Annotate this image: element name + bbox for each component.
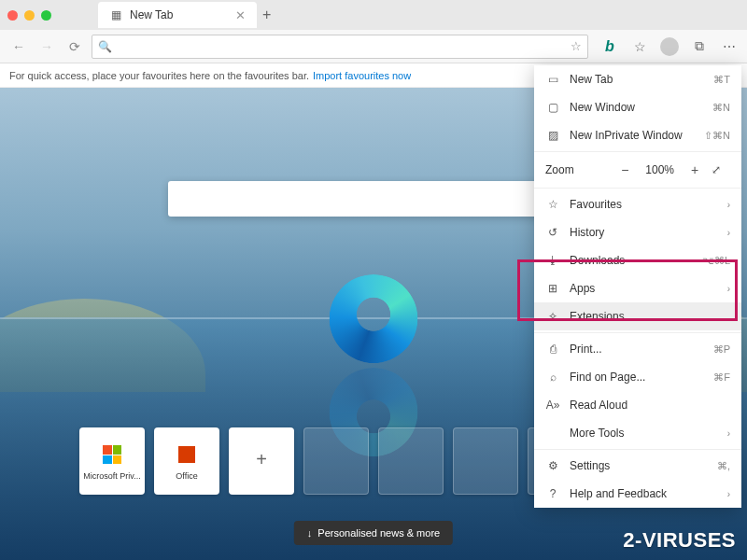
gear-icon: ⚙ bbox=[545, 459, 560, 472]
search-input[interactable] bbox=[177, 191, 551, 206]
profile-button[interactable] bbox=[659, 36, 680, 57]
tile-label: Microsoft Priv... bbox=[83, 471, 141, 481]
download-icon: ⭳ bbox=[545, 254, 560, 267]
news-toggle[interactable]: ↓ Personalised news & more bbox=[294, 521, 453, 545]
read-aloud-icon: A» bbox=[545, 399, 560, 412]
window-titlebar: ▦ New Tab ✕ + bbox=[0, 0, 747, 30]
menu-history[interactable]: ↺ History › bbox=[534, 218, 741, 246]
zoom-value: 100% bbox=[641, 163, 678, 176]
window-icon: ▭ bbox=[545, 73, 560, 86]
tab-title: New Tab bbox=[130, 8, 173, 21]
tile-office[interactable]: Office bbox=[154, 427, 219, 495]
menu-apps[interactable]: ⊞ Apps › bbox=[534, 274, 741, 302]
print-icon: ⎙ bbox=[545, 343, 560, 356]
menu-extensions[interactable]: ✧ Extensions bbox=[534, 302, 741, 330]
microsoft-icon bbox=[99, 441, 125, 468]
browser-tab[interactable]: ▦ New Tab ✕ bbox=[98, 2, 257, 28]
favourites-bar-text: For quick access, place your favourites … bbox=[9, 70, 309, 81]
office-icon bbox=[174, 441, 200, 468]
news-label: Personalised news & more bbox=[317, 527, 440, 539]
star-icon: ☆ bbox=[545, 198, 560, 211]
menu-more-tools[interactable]: More Tools › bbox=[534, 419, 741, 447]
toolbar-right: b ☆ ⧉ ⋯ bbox=[594, 36, 740, 57]
close-tab-icon[interactable]: ✕ bbox=[235, 8, 246, 22]
edge-logo bbox=[330, 274, 418, 363]
help-icon: ? bbox=[545, 487, 560, 500]
new-tab-search[interactable]: 🔍 bbox=[168, 181, 579, 217]
fullscreen-icon[interactable]: ⤢ bbox=[712, 163, 730, 176]
chevron-down-icon: ↓ bbox=[307, 527, 313, 539]
extensions-icon: ✧ bbox=[545, 310, 560, 323]
chevron-right-icon: › bbox=[727, 200, 730, 210]
chevron-right-icon: › bbox=[727, 228, 730, 238]
menu-new-window[interactable]: ▢ New Window ⌘N bbox=[534, 93, 741, 121]
forward-button[interactable]: → bbox=[35, 35, 58, 58]
menu-zoom: Zoom − 100% + ⤢ bbox=[534, 154, 741, 186]
tile-empty[interactable] bbox=[378, 427, 444, 495]
settings-menu: ▭ New Tab ⌘T ▢ New Window ⌘N ▨ New InPri… bbox=[534, 65, 741, 508]
inprivate-icon: ▨ bbox=[545, 129, 560, 142]
tile-empty[interactable] bbox=[303, 427, 369, 495]
menu-find[interactable]: ⌕ Find on Page... ⌘F bbox=[534, 363, 741, 391]
menu-favourites[interactable]: ☆ Favourites › bbox=[534, 190, 741, 218]
tile-label: Office bbox=[158, 471, 216, 481]
address-bar[interactable]: 🔍 ☆ bbox=[92, 35, 588, 59]
history-icon: ↺ bbox=[545, 226, 560, 239]
address-input[interactable] bbox=[118, 39, 571, 53]
menu-settings[interactable]: ⚙ Settings ⌘, bbox=[534, 452, 741, 480]
avatar bbox=[660, 37, 679, 56]
close-window-button[interactable] bbox=[7, 10, 18, 21]
more-menu-button[interactable]: ⋯ bbox=[719, 36, 740, 57]
favourites-icon[interactable]: ☆ bbox=[629, 36, 650, 57]
new-tab-button[interactable]: + bbox=[262, 7, 271, 23]
tab-page-icon: ▦ bbox=[109, 8, 122, 21]
watermark: 2-VIRUSES bbox=[623, 528, 736, 553]
tile-add[interactable]: + bbox=[229, 427, 294, 495]
tile-microsoft[interactable]: Microsoft Priv... bbox=[79, 427, 145, 495]
chevron-right-icon: › bbox=[727, 428, 730, 439]
import-favourites-link[interactable]: Import favourites now bbox=[313, 70, 411, 81]
traffic-lights bbox=[7, 10, 51, 21]
window-icon: ▢ bbox=[545, 101, 560, 114]
chevron-right-icon: › bbox=[727, 284, 730, 294]
bing-icon[interactable]: b bbox=[599, 36, 620, 57]
favourite-star-icon[interactable]: ☆ bbox=[571, 39, 582, 53]
apps-icon: ⊞ bbox=[545, 282, 560, 295]
search-icon: 🔍 bbox=[98, 40, 112, 53]
zoom-in-button[interactable]: + bbox=[684, 162, 706, 177]
menu-downloads[interactable]: ⭳ Downloads ⌥⌘L bbox=[534, 246, 741, 274]
tile-empty[interactable] bbox=[453, 427, 518, 495]
zoom-out-button[interactable]: − bbox=[613, 162, 636, 177]
menu-print[interactable]: ⎙ Print... ⌘P bbox=[534, 335, 741, 363]
refresh-button[interactable]: ⟳ bbox=[63, 35, 86, 58]
menu-new-inprivate[interactable]: ▨ New InPrivate Window ⇧⌘N bbox=[534, 121, 741, 149]
collections-icon[interactable]: ⧉ bbox=[689, 36, 710, 57]
maximize-window-button[interactable] bbox=[41, 10, 51, 21]
chevron-right-icon: › bbox=[727, 489, 730, 499]
menu-new-tab[interactable]: ▭ New Tab ⌘T bbox=[534, 65, 741, 93]
find-icon: ⌕ bbox=[545, 371, 560, 384]
menu-read-aloud[interactable]: A» Read Aloud bbox=[534, 391, 741, 419]
menu-help[interactable]: ? Help and Feedback › bbox=[534, 480, 741, 508]
minimize-window-button[interactable] bbox=[24, 10, 35, 21]
browser-toolbar: ← → ⟳ 🔍 ☆ b ☆ ⧉ ⋯ bbox=[0, 30, 747, 63]
plus-icon: + bbox=[248, 446, 275, 472]
back-button[interactable]: ← bbox=[7, 35, 30, 58]
